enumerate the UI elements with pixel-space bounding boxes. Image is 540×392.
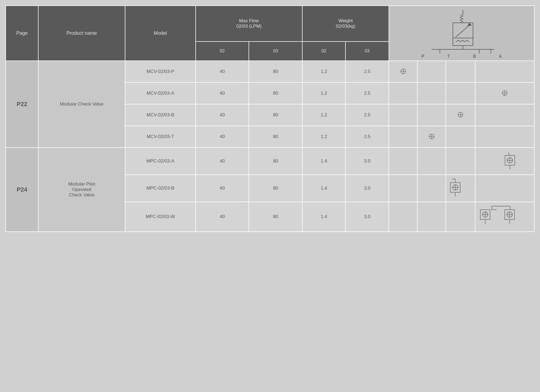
- header-flow: Max Flow02/03 (LPM): [196, 6, 302, 42]
- port-a-cell: [475, 104, 534, 126]
- flow-03-cell: 80: [249, 148, 302, 175]
- table-row: P22Modular Check ValveMCV-02/03-P40801.2…: [6, 61, 534, 82]
- header-page: Page: [6, 6, 38, 61]
- flow-02-cell: 40: [196, 61, 249, 82]
- weight-03-cell: 3.0: [345, 202, 389, 232]
- svg-line-2: [456, 24, 470, 37]
- header-schematic: [407, 9, 516, 53]
- flow-02-cell: 40: [196, 82, 249, 104]
- header-flow-03: 03: [249, 42, 302, 61]
- svg-rect-5: [453, 38, 473, 46]
- port-b-cell: [446, 104, 475, 126]
- flow-02-cell: 40: [196, 202, 249, 232]
- port-b-cell: [446, 126, 475, 148]
- flow-02-cell: 40: [196, 148, 249, 175]
- flow-03-cell: 80: [249, 175, 302, 202]
- model-cell: MPC-02/03-B: [125, 175, 196, 202]
- header-weight-02: 02: [302, 42, 346, 61]
- product-name-cell: Modular Pilot Operated Check Valve: [38, 148, 125, 232]
- weight-02-cell: 1.4: [302, 202, 346, 232]
- table-wrapper: PageProduct nameModelMax Flow02/03 (LPM)…: [0, 0, 540, 392]
- header-model: Model: [125, 6, 196, 61]
- port-label-t: T: [436, 54, 462, 59]
- weight-03-cell: 3.0: [345, 148, 389, 175]
- table-row: P24Modular Pilot Operated Check ValveMPC…: [6, 148, 534, 175]
- port-a-cell: [475, 61, 534, 82]
- page-cell: P24: [6, 148, 38, 232]
- port-a-cell: [475, 148, 534, 175]
- port-b-cell: [446, 202, 475, 232]
- port-p-cell: [389, 82, 417, 104]
- port-b-cell: [446, 175, 475, 202]
- page-cell: P22: [6, 61, 38, 148]
- port-label-p: P: [410, 54, 436, 59]
- model-cell: MCV-02/03-P: [125, 61, 196, 82]
- flow-03-cell: 80: [249, 202, 302, 232]
- model-cell: MCV-02/03-T: [125, 126, 196, 148]
- weight-03-cell: 2.5: [345, 104, 389, 126]
- port-p-cell: [389, 126, 417, 148]
- model-cell: MPC-02/03-W: [125, 202, 196, 232]
- flow-03-cell: 80: [249, 126, 302, 148]
- port-t-cell: [417, 175, 446, 202]
- flow-03-cell: 80: [249, 104, 302, 126]
- weight-03-cell: 3.0: [345, 175, 389, 202]
- header-flow-02: 02: [196, 42, 249, 61]
- header-product: Product name: [38, 6, 125, 61]
- port-p-cell: [389, 104, 417, 126]
- flow-03-cell: 80: [249, 82, 302, 104]
- weight-03-cell: 2.5: [345, 82, 389, 104]
- model-cell: MPC-02/03-A: [125, 148, 196, 175]
- port-label-a: A: [487, 54, 513, 59]
- flow-02-cell: 40: [196, 104, 249, 126]
- flow-02-cell: 40: [196, 175, 249, 202]
- port-a-cell: [475, 202, 534, 232]
- port-b-cell: [446, 148, 475, 175]
- header-weight: Weight02/03(kg): [302, 6, 389, 42]
- product-name-cell: Modular Check Valve: [38, 61, 125, 148]
- port-label-b: B: [462, 54, 487, 59]
- port-b-cell: [446, 61, 475, 82]
- weight-02-cell: 1.4: [302, 175, 346, 202]
- flow-03-cell: 80: [249, 61, 302, 82]
- model-cell: MCV-02/03-B: [125, 104, 196, 126]
- port-p-cell: [389, 202, 417, 232]
- port-p-cell: [389, 175, 417, 202]
- port-a-cell: [475, 126, 534, 148]
- header-diagram: P T B A: [389, 6, 534, 61]
- weight-03-cell: 2.5: [345, 126, 389, 148]
- port-t-cell: [417, 202, 446, 232]
- weight-02-cell: 1.2: [302, 126, 346, 148]
- port-p-cell: [389, 148, 417, 175]
- header-weight-03: 03: [345, 42, 389, 61]
- weight-02-cell: 1.2: [302, 104, 346, 126]
- port-t-cell: [417, 148, 446, 175]
- weight-03-cell: 2.5: [345, 61, 389, 82]
- model-cell: MCV-02/03-A: [125, 82, 196, 104]
- port-b-cell: [446, 82, 475, 104]
- weight-02-cell: 1.2: [302, 82, 346, 104]
- port-t-cell: [417, 82, 446, 104]
- port-t-cell: [417, 126, 446, 148]
- flow-02-cell: 40: [196, 126, 249, 148]
- port-a-cell: [475, 82, 534, 104]
- port-a-cell: [475, 175, 534, 202]
- weight-02-cell: 1.2: [302, 61, 346, 82]
- weight-02-cell: 1.4: [302, 148, 346, 175]
- port-t-cell: [417, 61, 446, 82]
- svg-marker-3: [468, 23, 472, 26]
- product-table: PageProduct nameModelMax Flow02/03 (LPM)…: [5, 5, 535, 232]
- port-p-cell: [389, 61, 417, 82]
- port-t-cell: [417, 104, 446, 126]
